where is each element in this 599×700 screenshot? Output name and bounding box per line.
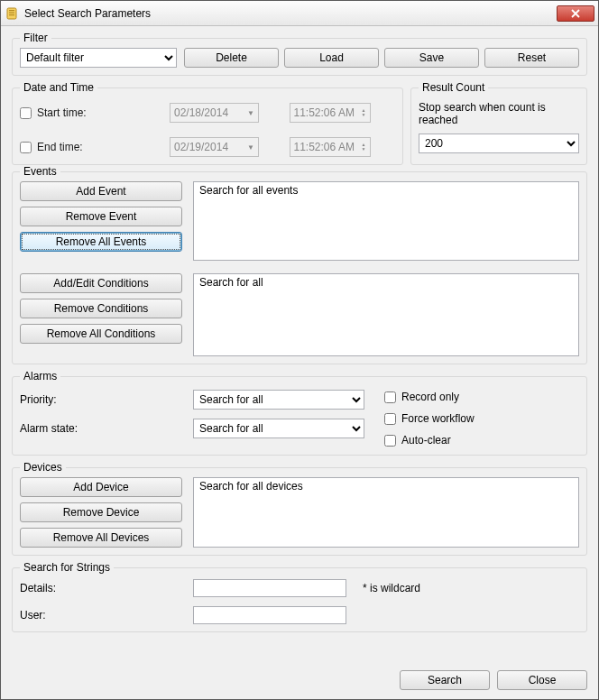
svg-rect-2 (9, 12, 14, 13)
reset-button[interactable]: Reset (484, 48, 579, 68)
alarm-state-select[interactable]: Search for all (193, 419, 364, 438)
end-time-checkbox[interactable] (20, 142, 32, 153)
start-time-checkbox[interactable] (20, 107, 32, 119)
alarm-state-label: Alarm state: (20, 422, 182, 435)
record-only-checkbox[interactable] (384, 391, 396, 403)
events-group: Events Add Event Remove Event Remove All… (12, 165, 587, 364)
window-title: Select Search Parameters (24, 7, 557, 20)
end-time-input: 11:52:06 AM ▲▼ (290, 137, 371, 157)
save-button[interactable]: Save (384, 48, 479, 68)
close-button[interactable]: Close (497, 670, 587, 690)
start-time-label: Start time: (37, 106, 87, 119)
window-close-button[interactable] (557, 5, 594, 22)
app-icon (5, 6, 19, 21)
record-only-toggle[interactable]: Record only (384, 391, 579, 403)
auto-clear-toggle[interactable]: Auto-clear (384, 434, 579, 447)
devices-legend: Devices (20, 461, 66, 474)
filter-legend: Filter (20, 32, 51, 44)
details-label: Details: (20, 582, 182, 594)
remove-conditions-button[interactable]: Remove Conditions (20, 299, 182, 318)
force-workflow-toggle[interactable]: Force workflow (384, 412, 579, 425)
remove-all-devices-button[interactable]: Remove All Devices (20, 528, 182, 548)
events-legend: Events (20, 165, 60, 178)
wildcard-note: * is wildcard (363, 582, 579, 594)
search-button[interactable]: Search (400, 670, 490, 690)
remove-device-button[interactable]: Remove Device (20, 502, 182, 522)
start-time-toggle[interactable]: Start time: (20, 106, 164, 119)
priority-label: Priority: (20, 393, 182, 406)
spinner-icon: ▲▼ (362, 143, 366, 152)
user-label: User: (20, 609, 182, 622)
start-time-input: 11:52:06 AM ▲▼ (290, 103, 371, 123)
add-event-button[interactable]: Add Event (20, 181, 182, 201)
svg-rect-3 (9, 14, 14, 15)
svg-rect-0 (7, 8, 16, 19)
alarms-group: Alarms Priority: Search for all Record o… (12, 370, 587, 456)
details-input[interactable] (193, 579, 346, 597)
user-input[interactable] (193, 606, 346, 624)
datetime-legend: Date and Time (20, 81, 97, 94)
filter-group: Filter Default filter Delete Load Save R… (12, 32, 587, 76)
end-time-label: End time: (37, 141, 83, 153)
svg-rect-1 (9, 10, 14, 11)
events-listbox[interactable]: Search for all events (193, 181, 579, 261)
priority-select[interactable]: Search for all (193, 390, 364, 410)
datetime-group: Date and Time Start time: 02/18/2014 ▼ 1… (12, 81, 403, 165)
delete-button[interactable]: Delete (184, 48, 279, 68)
result-count-note: Stop search when count is reached (419, 101, 579, 126)
remove-all-conditions-button[interactable]: Remove All Conditions (20, 324, 182, 344)
chevron-down-icon: ▼ (247, 109, 254, 117)
remove-all-events-button[interactable]: Remove All Events (20, 232, 182, 252)
result-count-group: Result Count Stop search when count is r… (410, 81, 587, 165)
end-date-input: 02/19/2014 ▼ (170, 137, 259, 157)
remove-event-button[interactable]: Remove Event (20, 207, 182, 226)
search-strings-legend: Search for Strings (20, 561, 114, 574)
devices-group: Devices Add Device Remove Device Remove … (12, 461, 587, 556)
load-button[interactable]: Load (284, 48, 379, 68)
alarms-legend: Alarms (20, 370, 60, 382)
dialog-window: Select Search Parameters Filter Default … (0, 0, 599, 700)
search-strings-group: Search for Strings Details: * is wildcar… (12, 561, 587, 632)
content-area: Filter Default filter Delete Load Save R… (1, 26, 598, 667)
start-date-input: 02/18/2014 ▼ (170, 103, 259, 123)
add-device-button[interactable]: Add Device (20, 477, 182, 497)
conditions-listbox[interactable]: Search for all (193, 273, 579, 356)
dialog-footer: Search Close (1, 667, 598, 699)
force-workflow-checkbox[interactable] (384, 413, 396, 425)
spinner-icon: ▲▼ (362, 108, 366, 117)
chevron-down-icon: ▼ (247, 143, 254, 152)
result-count-legend: Result Count (419, 81, 488, 94)
filter-select[interactable]: Default filter (20, 48, 177, 68)
devices-listbox[interactable]: Search for all devices (193, 477, 579, 548)
result-count-select[interactable]: 200 (419, 134, 579, 153)
add-conditions-button[interactable]: Add/Edit Conditions (20, 273, 182, 293)
end-time-toggle[interactable]: End time: (20, 141, 164, 153)
titlebar: Select Search Parameters (1, 1, 598, 26)
auto-clear-checkbox[interactable] (384, 435, 396, 447)
